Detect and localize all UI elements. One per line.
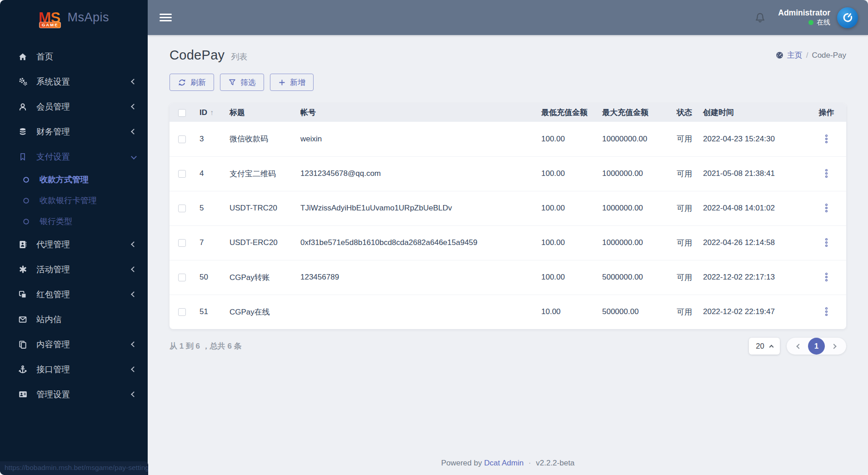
- sidebar-item-admin-settings[interactable]: 管理设置: [0, 382, 148, 407]
- row-actions-menu-icon[interactable]: [822, 270, 831, 284]
- filter-button[interactable]: 筛选: [220, 74, 264, 91]
- row-checkbox[interactable]: [178, 274, 186, 281]
- chevron-left-icon: [131, 241, 137, 247]
- row-actions-menu-icon[interactable]: [822, 132, 831, 145]
- cell-created-at: 2022-04-26 12:14:58: [698, 225, 807, 260]
- column-max-amount: 最大充值金额: [598, 103, 672, 122]
- sort-asc-icon[interactable]: ↑: [210, 109, 214, 117]
- sidebar-item-api[interactable]: 接口管理: [0, 357, 148, 382]
- table-row: 5USDT-TRC20TJiWzissAdyiHbE1uUvamo1URpZbU…: [170, 191, 846, 225]
- sidebar-item-label: 系统设置: [36, 76, 70, 87]
- sidebar-item-payment-settings[interactable]: 支付设置: [0, 144, 148, 169]
- chevron-left-icon: [131, 79, 137, 85]
- sidebar-item-home[interactable]: 首页: [0, 44, 148, 69]
- sidebar-item-activities[interactable]: 活动管理: [0, 257, 148, 282]
- breadcrumb-home-label: 主页: [787, 50, 803, 60]
- chevron-left-icon: [131, 104, 137, 110]
- sidebar-subitem-label: 银行类型: [40, 216, 72, 227]
- row-checkbox[interactable]: [178, 170, 186, 178]
- pager: 20 1: [749, 338, 846, 355]
- row-checkbox[interactable]: [178, 135, 186, 143]
- column-status: 状态: [672, 103, 698, 122]
- data-table: ID↑ 标题 帐号 最低充值金额 最大充值金额 状态 创建时间 操作 3微信收款…: [170, 103, 846, 329]
- dcat-admin-link[interactable]: Dcat Admin: [484, 459, 524, 467]
- sidebar-item-finance[interactable]: 财务管理: [0, 119, 148, 144]
- refresh-icon: [178, 78, 186, 87]
- logo-game-badge: GAME: [39, 22, 61, 29]
- top-navbar: Administrator 在线: [148, 0, 868, 35]
- row-actions-menu-icon[interactable]: [822, 305, 831, 318]
- table-row: 50CGPay转账123456789100.005000000.00可用2022…: [170, 260, 846, 295]
- copy-icon: [17, 340, 28, 349]
- circle-icon: [21, 176, 30, 184]
- table-row: 3微信收款码weixin100.0010000000.00可用2022-04-2…: [170, 122, 846, 156]
- sidebar-subitem-bank-cards[interactable]: 收款银行卡管理: [0, 190, 148, 211]
- chevron-left-icon: [131, 291, 137, 297]
- cell-min-amount: 100.00: [537, 225, 598, 260]
- cell-account: weixin: [296, 122, 537, 156]
- select-all-checkbox[interactable]: [178, 109, 186, 117]
- add-button[interactable]: 新增: [270, 74, 314, 91]
- refresh-button[interactable]: 刷新: [170, 74, 214, 91]
- refresh-button-label: 刷新: [190, 77, 206, 88]
- table-row: 7USDT-ERC200xf31be571e5d8b1610bcd8cda268…: [170, 225, 846, 260]
- sidebar-item-system-settings[interactable]: 系统设置: [0, 69, 148, 94]
- user-icon: [17, 102, 28, 111]
- gears-icon: [17, 77, 28, 86]
- row-checkbox[interactable]: [178, 308, 186, 316]
- sidebar-item-site-messages[interactable]: 站内信: [0, 307, 148, 332]
- sidebar-toggle-icon[interactable]: [160, 12, 172, 23]
- chevron-left-icon: [131, 391, 137, 397]
- column-min-amount: 最低充值金额: [537, 103, 598, 122]
- brand-logo: MS GAME: [39, 10, 60, 25]
- add-button-label: 新增: [290, 77, 305, 88]
- sidebar-item-label: 接口管理: [36, 364, 70, 375]
- chevron-left-icon: [131, 266, 137, 272]
- sidebar-item-label: 管理设置: [36, 389, 70, 400]
- cell-account: TJiWzissAdyiHbE1uUvamo1URpZbUeBLDv: [296, 191, 537, 225]
- prev-page-button[interactable]: [793, 343, 804, 350]
- pagination: 1: [787, 338, 846, 355]
- per-page-select[interactable]: 20: [749, 338, 780, 355]
- cell-id: 50: [195, 260, 225, 295]
- table-header: ID↑ 标题 帐号 最低充值金额 最大充值金额 状态 创建时间 操作: [170, 103, 846, 122]
- bookmark-icon: [17, 152, 28, 161]
- rows-summary: 从 1 到 6 ，总共 6 条: [170, 341, 242, 351]
- sidebar-item-content[interactable]: 内容管理: [0, 332, 148, 357]
- id-card-icon: [17, 390, 28, 399]
- sidebar-item-members[interactable]: 会员管理: [0, 94, 148, 119]
- sidebar-item-label: 首页: [36, 51, 53, 62]
- column-id: ID↑: [195, 103, 225, 122]
- row-actions-menu-icon[interactable]: [822, 236, 831, 249]
- bell-icon[interactable]: [754, 11, 766, 24]
- current-page-button[interactable]: 1: [808, 338, 825, 355]
- row-actions-menu-icon[interactable]: [822, 201, 831, 215]
- sidebar-item-agents[interactable]: 代理管理: [0, 232, 148, 257]
- row-checkbox[interactable]: [178, 205, 186, 212]
- sidebar-item-label: 站内信: [36, 314, 62, 325]
- cell-min-amount: 100.00: [537, 260, 598, 295]
- filter-button-label: 筛选: [240, 77, 256, 88]
- cell-max-amount: 5000000.00: [598, 260, 672, 295]
- cell-max-amount: 1000000.00: [598, 191, 672, 225]
- column-title: 标题: [225, 103, 296, 122]
- breadcrumb-home-link[interactable]: 主页: [775, 50, 803, 60]
- avatar[interactable]: [837, 7, 858, 28]
- sidebar-item-red-packets[interactable]: 红包管理: [0, 282, 148, 307]
- table-footer: 从 1 到 6 ，总共 6 条 20 1: [170, 338, 846, 355]
- brand[interactable]: MS GAME MsApis: [0, 0, 148, 35]
- chevron-down-icon: [131, 154, 137, 160]
- row-actions-menu-icon[interactable]: [822, 167, 831, 180]
- sidebar-subitem-payment-methods[interactable]: 收款方式管理: [0, 169, 148, 190]
- cell-created-at: 2022-12-02 22:19:47: [698, 295, 807, 329]
- cell-id: 5: [195, 191, 225, 225]
- circle-icon: [21, 218, 30, 225]
- chevron-left-icon: [131, 366, 137, 372]
- cell-status: 可用: [672, 225, 698, 260]
- online-label: 在线: [817, 18, 830, 27]
- next-page-button[interactable]: [828, 343, 839, 350]
- sidebar-subitem-label: 收款方式管理: [40, 174, 89, 185]
- sidebar-subitem-bank-types[interactable]: 银行类型: [0, 211, 148, 232]
- per-page-value: 20: [756, 342, 764, 350]
- row-checkbox[interactable]: [178, 239, 186, 247]
